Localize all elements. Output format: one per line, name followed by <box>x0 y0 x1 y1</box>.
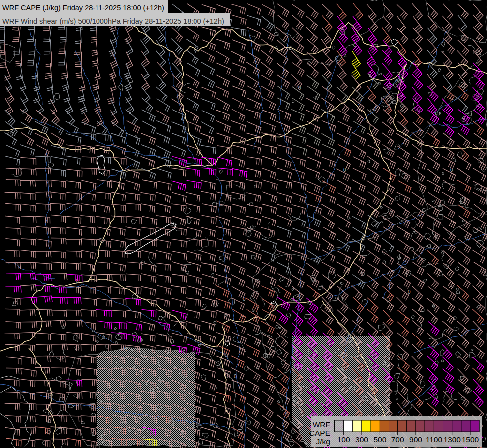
svg-text:CAPE: CAPE <box>309 429 330 437</box>
svg-text:500: 500 <box>373 435 386 444</box>
svg-text:700: 700 <box>391 435 404 444</box>
svg-text:1100: 1100 <box>426 435 443 444</box>
svg-text:WRF: WRF <box>313 420 330 429</box>
svg-text:0: 0 <box>234 374 237 379</box>
svg-text:1300: 1300 <box>443 435 461 444</box>
svg-text:900: 900 <box>409 435 422 444</box>
svg-text:0: 0 <box>408 289 411 295</box>
svg-text:WRF Wind shear (m/s) 500/1000h: WRF Wind shear (m/s) 500/1000hPa Friday … <box>2 17 224 25</box>
svg-text:J/kg: J/kg <box>316 437 330 446</box>
svg-text:300: 300 <box>355 435 368 444</box>
svg-text:100: 100 <box>337 435 350 444</box>
svg-text:1500: 1500 <box>462 435 479 444</box>
svg-text:WRF CAPE (J/kg) Friday 28-11-2: WRF CAPE (J/kg) Friday 28-11-2025 18:00 … <box>2 4 164 12</box>
svg-text:0: 0 <box>243 296 246 302</box>
